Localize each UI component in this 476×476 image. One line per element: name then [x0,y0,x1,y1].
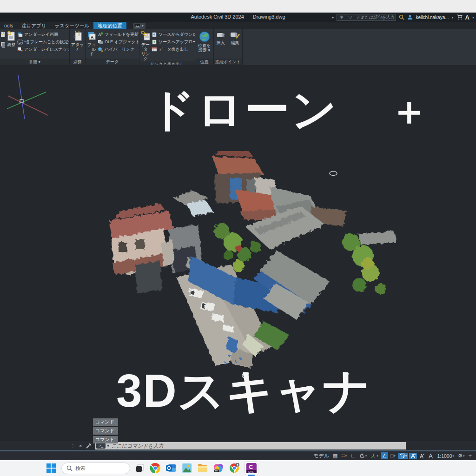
paperclip-page-icon [73,31,83,42]
underlay-layers-icon [17,32,23,37]
cube-3d-icon [399,453,405,459]
cart-icon[interactable] [456,14,463,20]
upload-to-source-button[interactable]: ソースへアップロード [152,39,195,45]
photos-icon[interactable] [181,463,192,474]
plug-edit-icon [230,31,241,40]
export-data-button[interactable]: データ書き出し [152,46,195,53]
annotation-person-star-icon [419,453,424,459]
polar-tracking-icon [359,453,365,459]
file-explorer-icon[interactable] [197,463,208,474]
ole-object-button[interactable]: OLE オブジェクト [98,39,139,45]
set-location-button[interactable]: 位置を 設定 ▾ [196,31,212,53]
user-avatar-icon [407,14,413,20]
command-input-bar[interactable]: >_ ▾ [95,442,406,450]
taskbar-search-label: 検索 [75,465,86,472]
download-from-source-button[interactable]: ソースからダウンロード [152,32,195,38]
command-history-line: コマンド: [93,427,118,435]
ortho-toggle[interactable]: ∟ [349,452,357,459]
object-snap-toggle[interactable]: □ ▾ [389,452,397,459]
annotation-scale-value[interactable]: 1:1000 ▾ [436,453,456,459]
taskbar-search-box[interactable]: 検索 [61,463,130,474]
hyperlink-globe-icon [98,47,103,52]
plus-icon: + [468,453,472,459]
underlay-layers-button[interactable]: アンダーレイ画層 [17,32,70,38]
panel-label-connection-point[interactable]: 接続ポイント [214,59,242,65]
tab-featured-apps[interactable]: 注目アプリ [17,22,50,29]
windows-taskbar: 検索 CCIVIL [0,460,476,476]
isometric-draft-toggle[interactable]: ▾ [369,453,380,459]
command-dock-grip[interactable]: ⋮ [71,443,75,449]
overlay-caption-bottom: 3Dスキャナ [116,367,371,414]
hyperlink-button[interactable]: ハイパーリンク [98,46,139,53]
osnap-tracking-toggle[interactable]: ∠ [381,452,388,459]
ortho-icon: ∟ [350,453,356,459]
panel-label-pointcloud[interactable]: 点群 [70,59,85,65]
help-search-input[interactable] [337,14,396,21]
svg-text:CIVIL: CIVIL [248,471,254,473]
insert-connection-button[interactable]: 挿入 [215,31,226,45]
windows-start-button[interactable] [46,463,57,474]
colorful-app-icon[interactable] [213,463,224,474]
command-history-line: コマンド: [93,436,118,443]
osnap-square-icon: □ [390,453,394,459]
angle-icon: ∠ [382,453,387,459]
adjust-button[interactable]: 調整 [6,31,16,47]
snap-magnet-icon [17,47,23,52]
command-dock-close-icon[interactable]: × [79,443,82,449]
task-view-button[interactable] [135,463,145,473]
update-field-button[interactable]: A フィールドを更新 [98,32,139,38]
drawing-viewport[interactable]: ドローン ＋ 3Dスキャナ コマンド: コマンド: コマンド: [0,65,476,441]
panel-label-location[interactable]: 位置 [195,59,213,65]
tab-tools[interactable]: ools [0,22,17,29]
tab-geolocation[interactable]: 地理的位置 [93,22,126,29]
civil3d-taskbar-button[interactable]: CCIVIL [245,461,258,475]
ellipse-entity-top[interactable] [330,172,337,176]
autodesk-menu-chevron[interactable]: ▾ [472,15,474,20]
data-link-button[interactable]: データ リンク [140,31,151,61]
chrome-profile-icon[interactable] [229,463,240,474]
download-icon [152,32,157,37]
command-line-dock: ⋮ × >_ ▾ [0,441,476,450]
overlay-caption-top: ドローン ＋ [150,87,339,132]
snap-toggle[interactable]: ∷ ▾ [340,452,348,459]
panel-label-reference[interactable]: 参照 ▾ [0,59,69,65]
panel-label-link-export[interactable]: リンクと書き出し [139,61,195,65]
snap-icon: ∷ [341,453,344,459]
underlay-snap-button[interactable]: アンダーレイにスナップをオン ▾ [17,46,70,53]
export-table-icon [152,47,157,52]
tab-raster-tools[interactable]: ラスターツール [51,22,94,29]
model-space-button[interactable]: モデル [312,452,331,460]
annotation-visibility-toggle[interactable] [409,453,417,459]
customization-gear-button[interactable]: ⚙ ▾ [456,452,466,459]
infocenter-flyout-arrow[interactable]: ▸ [332,15,334,20]
frame-icon: LPT [17,40,23,45]
ole-object-icon [98,40,103,45]
osnap-3d-toggle[interactable]: ▾ [398,453,409,459]
customize-plus-button[interactable]: + [467,452,473,459]
document-title: Drawing3.dwg [253,14,285,20]
annotation-autoscale-toggle[interactable] [418,453,426,459]
panel-label-data[interactable]: データ [86,59,139,65]
data-link-icon [140,31,151,42]
isometric-axes-icon [370,453,376,459]
annotation-scale-icon-button[interactable] [427,453,435,459]
ribbon-display-toggle[interactable]: ▾ [133,23,145,29]
outlook-icon[interactable] [165,463,177,474]
attach-button[interactable]: アタッチ [71,31,84,52]
wrench-icon[interactable] [86,443,92,449]
command-prompt-icon[interactable]: >_ [96,443,106,449]
recent-commands-chevron[interactable]: ▾ [107,444,109,448]
edit-connection-button[interactable]: 編集 [229,31,241,45]
frame-settings-button[interactable]: LPT *各フレームごとの設定* ▾ [17,39,70,45]
search-icon [66,465,73,471]
chrome-icon[interactable] [150,463,161,474]
polar-tracking-toggle[interactable]: ▾ [358,453,369,459]
command-input[interactable] [110,442,406,450]
field-button[interactable]: A フィールド [86,31,97,56]
search-icon[interactable] [399,14,404,20]
ribbon-panel-data: A フィールド A フィールドを更新 OLE オブジェクト ハイパーリンク [86,29,139,65]
signed-in-user[interactable]: keiichi.nakaya... [416,15,449,20]
grid-toggle[interactable]: ▦ [331,452,339,459]
user-menu-chevron[interactable]: ▾ [452,15,454,20]
autodesk-logo[interactable]: A [465,14,469,21]
